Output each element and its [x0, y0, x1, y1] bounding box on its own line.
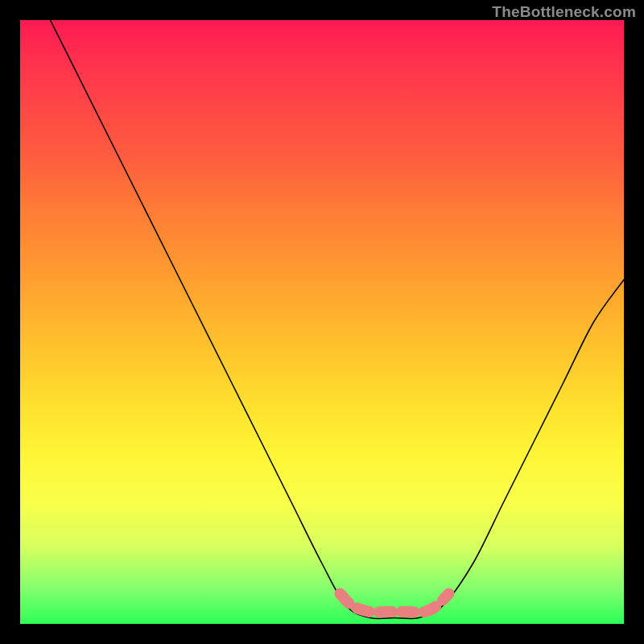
bottleneck-curve-path	[51, 20, 625, 619]
plot-overlay	[20, 20, 624, 624]
watermark-text: TheBottleneck.com	[492, 3, 636, 21]
optimal-band-path	[341, 594, 449, 613]
chart-frame: TheBottleneck.com	[0, 0, 644, 644]
